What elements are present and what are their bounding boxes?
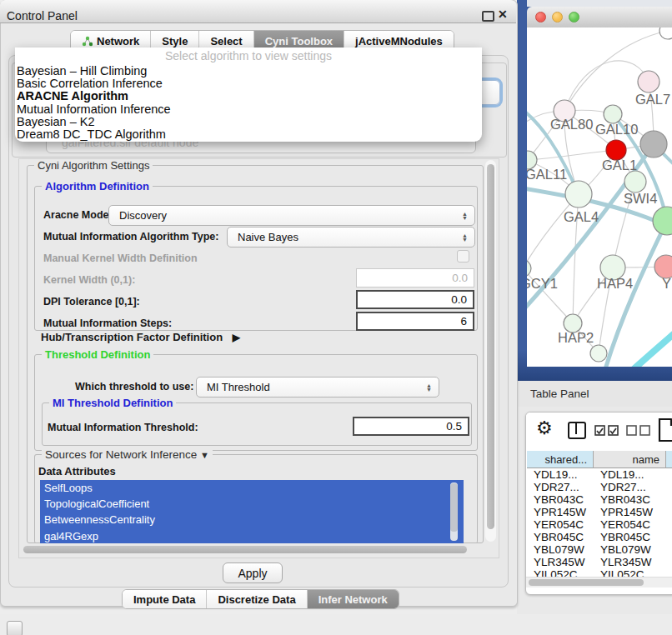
table-row[interactable]: YBR045CYBR045C9. (526, 531, 672, 543)
table-cell: YIL052C (527, 568, 594, 577)
zoom-traffic-light-icon[interactable] (569, 12, 579, 22)
mi-type-label: Mutual Information Algorithm Type: (43, 231, 218, 242)
table-row[interactable]: YER054CYER054C8. (526, 518, 672, 531)
algorithm-dropdown-popup: Select algorithm to view settings Bayesi… (15, 48, 482, 142)
apply-button[interactable]: Apply (223, 562, 283, 583)
which-threshold-label: Which threshold to use: (75, 381, 193, 392)
unchecked-checkbox-icon[interactable] (626, 425, 637, 436)
data-attributes-list[interactable]: SelfLoopsTopologicalCoefficientBetweenne… (40, 480, 464, 543)
dropdown-item[interactable]: Bayesian – K2 (15, 116, 482, 128)
scrollbar-thumb[interactable] (487, 164, 494, 529)
dropdown-item[interactable]: Mutual Information Inference (15, 103, 482, 116)
network-node-gal4[interactable] (565, 181, 592, 208)
node-label: HAP4 (597, 276, 633, 291)
table-row[interactable]: YDL19...YDL19...13 (526, 468, 672, 481)
table-row[interactable]: YIL052CYIL052C9. (526, 568, 672, 577)
minimize-traffic-light-icon[interactable] (552, 12, 563, 22)
scrollbar-thumb[interactable] (23, 546, 467, 553)
table-cell: YDR27... (594, 481, 666, 493)
list-scrollbar[interactable] (450, 482, 458, 541)
tab-infer-network[interactable]: Infer Network (307, 590, 399, 608)
aracne-mode-select[interactable]: Discovery ▲▼ (108, 205, 475, 226)
unchecked-checkbox-icon[interactable] (639, 425, 650, 436)
dpi-tolerance-field[interactable]: 0.0 (356, 290, 474, 309)
table-cell: YDL19... (594, 468, 666, 481)
node-label: SWI4 (624, 191, 657, 206)
network-node[interactable] (590, 345, 607, 362)
dropdown-item[interactable]: ARACNE Algorithm (15, 90, 482, 102)
gear-icon[interactable]: ⚙ (536, 418, 553, 439)
kernel-width-field[interactable]: 0.0 (356, 268, 474, 288)
expand-arrow-icon[interactable]: ▶ (233, 332, 240, 343)
network-view-canvas[interactable]: GAL7GAL80GAL10GAL1GAL11SWI4GAL4GCY1HAP4Y… (527, 28, 672, 367)
network-node-gal10[interactable] (604, 105, 622, 123)
table-row[interactable]: YPR145WYPR145W9. (526, 506, 672, 518)
table-cell: YBL079W (594, 543, 666, 556)
network-node[interactable] (659, 28, 672, 39)
which-threshold-select[interactable]: MI Threshold ▲▼ (196, 377, 439, 398)
mi-threshold-field[interactable]: 0.5 (353, 417, 469, 436)
table-cell: 13 (666, 468, 672, 481)
network-node-gcy1[interactable] (527, 260, 531, 277)
network-node-swi4[interactable] (624, 171, 646, 192)
table-cell: YBR045C (527, 531, 594, 543)
hub-definition-expander[interactable]: Hub/Transcription Factor Definition ▶ (41, 331, 240, 343)
network-node-y[interactable] (654, 255, 672, 278)
table-horizontal-scrollbar[interactable] (526, 577, 672, 588)
column-header[interactable]: name (594, 451, 666, 468)
table-cell: 12 (666, 481, 672, 493)
node-label: GAL10 (595, 122, 638, 137)
mi-threshold-label: Mutual Information Threshold: (48, 422, 198, 433)
dropdown-item[interactable]: Dream8 DC_TDC Algorithm (15, 128, 482, 141)
table-row[interactable]: YBR043CYBR043C (526, 493, 672, 506)
checked-checkbox-icon[interactable] (594, 425, 605, 436)
table-cell: YBL079W (527, 543, 594, 556)
minimized-panel-icon[interactable] (7, 621, 23, 635)
network-node[interactable] (653, 207, 672, 235)
table-cell: YER054C (594, 518, 666, 531)
table-row[interactable]: YLR345WYLR345W9. (526, 556, 672, 568)
network-node[interactable] (640, 131, 667, 158)
data-attributes-label: Data Attributes (38, 465, 116, 478)
control-panel-header[interactable] (0, 0, 516, 23)
dropdown-item[interactable]: Basic Correlation Inference (15, 78, 482, 90)
column-header[interactable] (666, 451, 672, 468)
list-item[interactable]: BetweennessCentrality (40, 512, 464, 528)
network-icon (82, 36, 93, 47)
split-columns-icon[interactable] (568, 422, 586, 439)
scrollbar-thumb[interactable] (450, 483, 458, 532)
selected-value: MI Threshold (207, 381, 270, 393)
table-panel-window: ⚙ shared...name YDL19...YDL19...13YDR27.… (525, 412, 672, 595)
network-node-gal7[interactable] (638, 71, 659, 92)
cyni-algorithm-settings-group: Cyni Algorithm Settings Algorithm Defini… (27, 165, 484, 543)
float-window-icon[interactable] (482, 11, 494, 22)
table-cell: YER054C (527, 518, 594, 531)
checked-checkbox-icon[interactable] (608, 425, 619, 436)
document-icon[interactable] (658, 418, 672, 442)
scrollbar-thumb[interactable] (529, 579, 644, 586)
list-item[interactable]: gal4RGexp (40, 528, 464, 543)
table-row[interactable]: YDR27...YDR27...12 (526, 481, 672, 493)
list-item[interactable]: SelfLoops (40, 480, 464, 496)
tab-impute-data[interactable]: Impute Data (123, 590, 206, 608)
network-edge[interactable] (634, 332, 672, 367)
manual-kernel-checkbox[interactable] (457, 250, 469, 262)
status-band (0, 614, 672, 635)
mi-algorithm-type-select[interactable]: Naive Bayes ▲▼ (227, 227, 475, 248)
tab-discretize-data[interactable]: Discretize Data (206, 590, 306, 608)
dropdown-item[interactable]: Bayesian – Hill Climbing (15, 65, 482, 78)
close-icon[interactable]: ✕ (498, 8, 508, 21)
close-traffic-light-icon[interactable] (535, 12, 546, 22)
spinner-arrows-icon: ▲▼ (462, 233, 468, 242)
table-cell: YLR345W (527, 556, 594, 568)
tab-label: jActiveMNodules (355, 35, 443, 48)
list-item[interactable]: TopologicalCoefficient (40, 496, 464, 512)
table-body[interactable]: YDL19...YDL19...13YDR27...YDR27...12YBR0… (526, 468, 672, 577)
network-window-titlebar[interactable] (527, 7, 672, 28)
column-header[interactable]: shared... (527, 451, 594, 468)
table-row[interactable]: YBL079WYBL079W (526, 543, 672, 556)
mi-steps-field[interactable]: 6 (356, 312, 474, 331)
table-cell: YBR043C (594, 493, 666, 506)
group-title[interactable]: Sources for Network Inference ▼ (42, 448, 213, 461)
table-cell: 9. (666, 506, 672, 518)
